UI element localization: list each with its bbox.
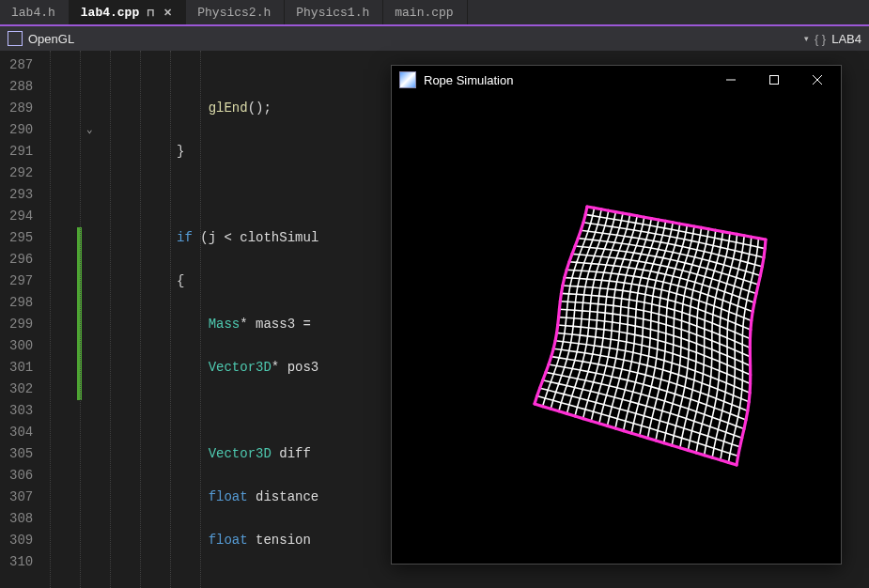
svg-line-1045 [625,380,628,390]
svg-line-374 [612,266,614,273]
svg-line-388 [663,274,665,282]
svg-line-257 [751,273,753,282]
svg-line-540 [660,298,668,300]
svg-line-422 [604,272,612,273]
svg-line-312 [580,255,587,255]
cloth-render [392,94,841,564]
svg-line-475 [610,281,617,282]
svg-line-927 [567,350,569,359]
code-area[interactable]: glEnd(); } if (j < clothSimul { Mass* ma… [46,51,318,588]
svg-line-1224 [722,441,724,451]
svg-line-1006 [675,384,676,394]
svg-line-738 [635,326,643,328]
svg-line-299 [722,273,729,275]
svg-line-88 [699,235,701,242]
minimize-button[interactable] [709,66,753,94]
svg-line-1019 [732,405,739,408]
svg-line-798 [665,342,666,351]
svg-line-1011 [701,393,708,395]
svg-line-347 [703,276,705,284]
scope-left[interactable]: OpenGL [8,31,74,46]
svg-line-941 [622,360,624,369]
code-line: Mass* mass3 = [82,314,318,335]
brace-glyph: { } [815,32,826,46]
svg-line-377 [628,268,636,269]
svg-line-1105 [665,401,673,404]
svg-line-962 [710,386,718,389]
svg-line-346 [705,276,712,278]
svg-line-203 [748,263,755,265]
tab-main-cpp[interactable]: main.cpp [383,0,467,24]
svg-line-946 [647,365,655,367]
pin-icon[interactable]: ⊓ [147,7,155,19]
svg-line-177 [654,240,661,241]
svg-line-1202 [633,413,635,423]
close-button[interactable] [796,66,839,94]
maximize-icon [768,74,780,85]
svg-line-365 [584,263,592,264]
svg-line-289 [685,263,692,265]
svg-line-349 [710,279,712,287]
chevron-down-icon[interactable]: ▾ [800,34,809,43]
svg-line-1003 [669,381,676,384]
svg-line-721 [566,317,566,325]
svg-line-408 [737,297,739,305]
svg-line-1130 [559,384,566,386]
svg-line-1250 [626,421,634,424]
svg-line-405 [732,295,739,298]
svg-line-1179 [548,390,556,392]
svg-line-677 [597,312,605,313]
svg-line-989 [614,367,622,369]
svg-line-859 [703,364,704,374]
svg-line-934 [600,355,608,356]
svg-line-129 [660,235,662,242]
window-titlebar[interactable]: Rope Simulation [392,66,841,94]
svg-line-1254 [642,426,650,428]
svg-line-1051 [649,387,652,396]
svg-line-237 [677,254,680,261]
svg-line-366 [582,263,584,271]
svg-line-656 [712,332,720,334]
close-icon[interactable]: ✕ [163,7,172,19]
svg-line-779 [597,329,604,330]
simulation-viewport[interactable] [392,94,841,564]
svg-line-1188 [577,398,580,408]
line-number: 307 [9,487,33,508]
svg-line-1102 [646,396,649,406]
tab-lab4-cpp[interactable]: lab4.cpp ⊓ ✕ [70,0,186,24]
svg-line-960 [702,383,709,386]
svg-line-89 [707,237,715,239]
svg-line-1116 [702,414,704,424]
tab-physics1-h[interactable]: Physics1.h [285,0,383,24]
tab-label: Physics1.h [296,6,369,20]
svg-line-381 [644,270,651,271]
svg-line-503 [714,306,722,309]
svg-line-984 [588,363,591,371]
svg-line-1092 [607,386,610,395]
svg-line-303 [737,277,744,279]
svg-line-724 [582,318,589,319]
tab-lab4-h[interactable]: lab4.h [0,0,70,24]
svg-line-379 [636,269,644,270]
svg-line-445 [684,288,686,297]
svg-line-314 [587,255,595,256]
svg-line-235 [671,253,674,260]
maximize-button[interactable] [753,66,796,94]
svg-line-931 [582,353,584,362]
tab-physics2-h[interactable]: Physics2.h [186,0,285,24]
svg-line-494 [675,294,676,302]
svg-line-791 [643,336,650,338]
scope-right[interactable]: ▾ { } LAB4 [800,32,861,46]
svg-line-883 [602,347,610,348]
svg-line-439 [661,282,663,289]
svg-line-576 [598,296,599,304]
svg-line-571 [584,295,592,296]
svg-line-487 [654,288,661,290]
svg-line-954 [678,375,686,378]
svg-line-909 [703,374,710,377]
svg-line-594 [666,308,667,317]
svg-line-508 [728,312,729,320]
svg-line-669 [567,310,575,311]
simulation-window[interactable]: Rope Simulation [391,65,842,565]
svg-line-1110 [678,406,681,415]
